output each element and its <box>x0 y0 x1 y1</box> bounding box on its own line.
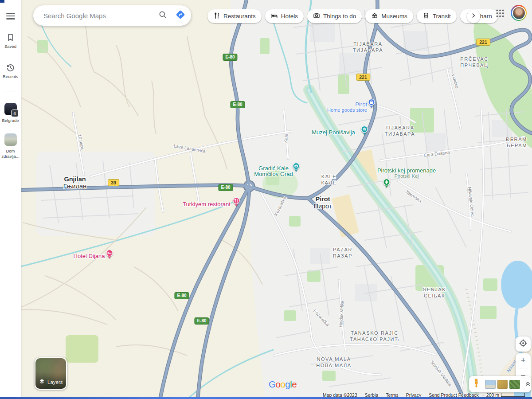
chip-label: Restaurants <box>223 13 256 20</box>
my-location-button[interactable] <box>516 336 531 352</box>
shortcut-label: Dom zdravlja... <box>0 149 21 159</box>
chips-next-button[interactable] <box>467 10 480 23</box>
town-label-pirot: PirotПирот <box>314 196 332 210</box>
sidebar-item-label: Recents <box>0 74 21 79</box>
layers-button[interactable]: Layers <box>35 357 67 390</box>
pegman-icon[interactable] <box>473 378 480 391</box>
poi-label-turkiyem[interactable]: Turkiyem restorant <box>183 201 231 207</box>
map-render <box>0 0 532 399</box>
google-maps-app: TIJABARAТИЈАБАРА PRČEVACПРЧЕВАЦ TIJABARA… <box>0 0 532 399</box>
district-label: KALEКАЛЕ <box>321 174 337 186</box>
store-pin-icon[interactable] <box>368 99 376 110</box>
sidebar-shortcut-dom-zdravlja[interactable]: Dom zdravlja... <box>0 133 21 159</box>
sidebar-item-recents[interactable]: Recents <box>0 63 21 79</box>
town-label-gnjilan: GnjilanГњилан <box>63 176 86 190</box>
collapse-chevron-icon[interactable] <box>524 380 531 389</box>
chip-restaurants[interactable]: Restaurants <box>207 9 262 23</box>
restaurants-icon <box>213 12 223 20</box>
route-badge-39: 39 <box>108 179 119 186</box>
park-pin-icon[interactable] <box>383 179 391 190</box>
chip-museums[interactable]: Museums <box>365 9 413 23</box>
camera-icon <box>313 12 323 20</box>
search-input[interactable] <box>43 12 154 20</box>
museum-pin-icon[interactable] <box>361 126 368 137</box>
chevron-right-icon <box>470 12 477 20</box>
sidebar-item-label: Saved <box>0 44 21 49</box>
museum-icon <box>371 12 381 20</box>
route-badge-221: 221 <box>476 39 490 46</box>
history-icon <box>6 66 15 74</box>
district-label: PRČEVACПРЧЕВАЦ <box>460 56 489 68</box>
window-edge <box>0 397 532 399</box>
district-label: TIJABARAТИЈАБАРА <box>385 125 415 137</box>
transit-icon <box>422 12 433 20</box>
street-label: Kale <box>283 134 289 143</box>
scale-bar <box>501 393 525 397</box>
search-button[interactable] <box>154 7 172 24</box>
sidebar-shortcut-belgrade[interactable]: 4 Belgrade <box>0 103 21 123</box>
chip-label: Museums <box>381 13 407 20</box>
district-label: ĐERAMЂЕРАМ <box>506 137 527 149</box>
shortcut-label: Belgrade <box>0 118 21 123</box>
apps-grid-icon <box>496 12 505 19</box>
route-badge-e80: E-80 <box>223 54 237 61</box>
district-label: TANASKO RAJICТАНАСКО РАЈИЋ <box>350 330 399 342</box>
chip-transit[interactable]: Transit <box>417 9 457 23</box>
chip-label: Things to do <box>323 13 356 20</box>
layers-label: Layers <box>47 379 63 385</box>
menu-button[interactable] <box>0 11 21 20</box>
poi-label-pirotski-kej[interactable]: Pirotski kej promenadePirotski Kej <box>377 168 436 179</box>
directions-button[interactable] <box>172 7 189 24</box>
bookmark-icon <box>6 36 15 43</box>
chip-things-to-do[interactable]: Things to do <box>307 9 362 23</box>
account-avatar[interactable] <box>511 5 527 21</box>
chip-label: Transit <box>433 13 451 20</box>
category-chips: Restaurants Hotels Things to do Museums … <box>207 9 498 23</box>
map-canvas[interactable]: TIJABARAТИЈАБАРА PRČEVACПРЧЕВАЦ TIJABARA… <box>0 0 532 399</box>
imagery-thumbnail[interactable] <box>509 380 520 389</box>
sidebar-divider <box>4 91 17 91</box>
poi-label-gradic-kale[interactable]: Gradić KaleMomčilov Grad <box>254 165 293 177</box>
dom-zdravlja-thumbnail <box>4 133 17 146</box>
google-logo: Google <box>269 379 297 390</box>
chip-hotels[interactable]: Hotels <box>265 9 304 23</box>
route-badge-221: 221 <box>356 74 370 81</box>
poi-label-muzej-ponisavlja[interactable]: Muzej Ponišavlja <box>312 129 355 135</box>
poi-label-hotel-dijana[interactable]: Hotel Dijana <box>74 253 105 259</box>
route-badge-e80: E-80 <box>230 101 245 108</box>
layers-icon <box>39 378 45 386</box>
belgrade-thumbnail: 4 <box>4 103 17 115</box>
restaurant-pin-icon[interactable] <box>233 197 240 209</box>
attraction-pin-icon[interactable] <box>293 163 300 174</box>
imagery-thumbnail[interactable] <box>497 380 508 389</box>
district-label: SENJAKСЕЊАК <box>423 287 446 299</box>
count-badge: 4 <box>11 110 19 117</box>
window-edge <box>0 0 4 3</box>
zoom-in-button[interactable]: + <box>516 353 531 368</box>
route-badge-e80: E-80 <box>194 317 209 325</box>
sidebar: Saved Recents 4 Belgrade Dom zdravlja... <box>0 0 21 399</box>
imagery-thumbnail[interactable] <box>485 380 496 389</box>
poi-label-pirot-store[interactable]: PirotHome goods store <box>327 102 367 113</box>
avatar-photo <box>512 6 526 20</box>
district-label: PAZARПАЗАР <box>333 247 352 259</box>
search-bar <box>33 5 191 26</box>
district-label: TIJABARAТИЈАБАРА <box>353 41 383 53</box>
chip-label: Hotels <box>281 13 298 20</box>
my-location-icon <box>518 338 528 350</box>
route-badge-e80: E-80 <box>218 184 233 191</box>
hotel-pin-icon[interactable] <box>106 250 113 261</box>
hotels-icon <box>271 12 281 20</box>
directions-icon <box>175 9 186 22</box>
search-icon <box>158 10 167 21</box>
route-badge-e80: E-80 <box>174 292 189 299</box>
district-label: NOVA MALAНОВА МАЛА <box>316 356 352 368</box>
imagery-panel <box>469 376 531 392</box>
sidebar-item-saved[interactable]: Saved <box>0 33 21 49</box>
google-apps-button[interactable] <box>496 9 505 18</box>
